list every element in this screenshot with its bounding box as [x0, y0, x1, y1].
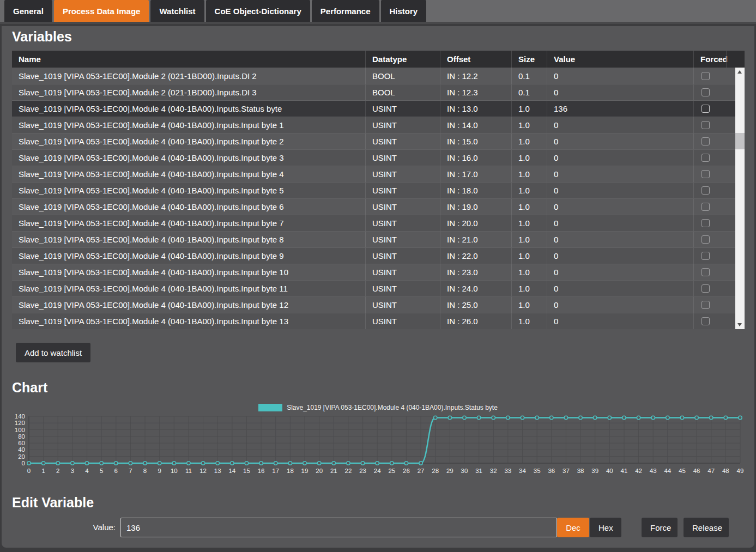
forced-checkbox[interactable] [701, 219, 710, 227]
scrollbar-down-icon[interactable] [735, 320, 745, 329]
tab-item[interactable]: General [4, 0, 52, 22]
forced-checkbox[interactable] [701, 137, 710, 145]
cell-offset: IN : 18.0 [440, 183, 511, 198]
column-header-name[interactable]: Name [12, 51, 365, 68]
tab-item[interactable]: Process Data Image [54, 0, 149, 22]
cell-datatype: BOOL [365, 84, 440, 100]
cell-name: Slave_1019 [VIPA 053-1EC00].Module 2 (02… [12, 68, 365, 84]
forced-checkbox[interactable] [701, 88, 710, 96]
forced-checkbox[interactable] [701, 154, 710, 162]
chart-legend-item[interactable]: Slave_1019 [VIPA 053-1EC00].Module 4 (04… [0, 403, 756, 413]
table-row[interactable]: Slave_1019 [VIPA 053-1EC00].Module 2 (02… [12, 68, 735, 84]
forced-checkbox[interactable] [701, 121, 710, 129]
cell-forced [693, 84, 735, 100]
forced-checkbox[interactable] [701, 170, 710, 178]
svg-text:39: 39 [591, 468, 598, 474]
process-data-image-page: { "tabs": [ { "label": "General", "activ… [0, 0, 756, 552]
svg-text:4: 4 [85, 468, 89, 474]
cell-datatype: USINT [365, 313, 440, 329]
tab-bar: General Process Data Image Watchlist CoE… [0, 0, 756, 24]
column-header-offset[interactable]: Offset [440, 51, 511, 68]
svg-text:40: 40 [18, 446, 25, 453]
table-row[interactable]: Slave_1019 [VIPA 053-1EC00].Module 4 (04… [12, 247, 735, 264]
forced-checkbox[interactable] [701, 268, 710, 276]
chart-section-title: Chart [12, 380, 47, 396]
forced-checkbox[interactable] [701, 301, 710, 309]
add-to-watchlist-button[interactable]: Add to watchlist [16, 343, 90, 362]
forced-checkbox[interactable] [701, 252, 710, 260]
cell-name: Slave_1019 [VIPA 053-1EC00].Module 4 (04… [12, 264, 365, 280]
table-row[interactable]: Slave_1019 [VIPA 053-1EC00].Module 4 (04… [12, 264, 735, 280]
cell-offset: IN : 19.0 [440, 199, 511, 215]
tab-item[interactable]: CoE Object-Dictionary [206, 0, 310, 22]
forced-checkbox[interactable] [701, 186, 710, 195]
chart-plot: 0123456789101112131415161718192021222324… [11, 413, 745, 477]
forced-checkbox[interactable] [701, 105, 710, 113]
svg-text:0: 0 [27, 468, 31, 474]
column-header-value[interactable]: Value [547, 51, 693, 68]
table-row[interactable]: Slave_1019 [VIPA 053-1EC00].Module 4 (04… [12, 215, 735, 231]
svg-text:16: 16 [258, 468, 265, 474]
variables-table: Name Datatype Offset Size Value Forced S… [12, 51, 745, 329]
svg-text:17: 17 [272, 468, 279, 474]
column-header-forced[interactable]: Forced [693, 51, 726, 68]
forced-checkbox[interactable] [701, 235, 710, 244]
svg-text:1: 1 [41, 468, 45, 474]
table-row[interactable]: Slave_1019 [VIPA 053-1EC00].Module 4 (04… [12, 280, 735, 296]
forced-checkbox[interactable] [701, 72, 710, 80]
forced-checkbox[interactable] [701, 203, 710, 211]
tab-item[interactable]: History [381, 0, 427, 22]
svg-text:22: 22 [345, 468, 352, 474]
svg-text:42: 42 [635, 468, 642, 474]
svg-text:12: 12 [199, 468, 207, 474]
table-row[interactable]: Slave_1019 [VIPA 053-1EC00].Module 4 (04… [12, 296, 735, 313]
column-header-size[interactable]: Size [511, 51, 547, 68]
cell-datatype: USINT [365, 248, 440, 264]
cell-value: 0 [547, 84, 693, 100]
svg-text:27: 27 [418, 468, 425, 474]
cell-name: Slave_1019 [VIPA 053-1EC00].Module 4 (04… [12, 248, 365, 264]
cell-size: 1.0 [511, 215, 547, 231]
table-row[interactable]: Slave_1019 [VIPA 053-1EC00].Module 4 (04… [12, 231, 735, 247]
svg-text:80: 80 [18, 433, 25, 440]
table-scrollbar[interactable] [735, 68, 745, 329]
value-input[interactable] [120, 518, 557, 537]
cell-datatype: BOOL [365, 68, 440, 84]
hex-toggle-button[interactable]: Hex [590, 518, 621, 537]
value-label: Value: [71, 523, 116, 532]
cell-size: 1.0 [511, 199, 547, 215]
cell-offset: IN : 16.0 [440, 150, 511, 166]
dec-toggle-button[interactable]: Dec [557, 518, 589, 537]
forced-checkbox[interactable] [701, 284, 710, 293]
cell-value: 0 [547, 150, 693, 166]
table-row[interactable]: Slave_1019 [VIPA 053-1EC00].Module 2 (02… [12, 84, 735, 100]
table-row[interactable]: Slave_1019 [VIPA 053-1EC00].Module 4 (04… [12, 166, 735, 182]
scrollbar-thumb[interactable] [735, 133, 745, 149]
table-row[interactable]: Slave_1019 [VIPA 053-1EC00].Module 4 (04… [12, 198, 735, 215]
release-button[interactable]: Release [684, 518, 729, 537]
table-row[interactable]: Slave_1019 [VIPA 053-1EC00].Module 4 (04… [12, 100, 735, 117]
table-row[interactable]: Slave_1019 [VIPA 053-1EC00].Module 4 (04… [12, 313, 735, 329]
column-header-datatype[interactable]: Datatype [365, 51, 440, 68]
table-row[interactable]: Slave_1019 [VIPA 053-1EC00].Module 4 (04… [12, 133, 735, 149]
cell-name: Slave_1019 [VIPA 053-1EC00].Module 4 (04… [12, 313, 365, 329]
legend-swatch [258, 404, 282, 411]
forced-checkbox[interactable] [701, 317, 710, 325]
tab-item[interactable]: Performance [312, 0, 379, 22]
svg-text:0: 0 [22, 460, 25, 466]
table-row[interactable]: Slave_1019 [VIPA 053-1EC00].Module 4 (04… [12, 117, 735, 133]
cell-datatype: USINT [365, 183, 440, 198]
table-row[interactable]: Slave_1019 [VIPA 053-1EC00].Module 4 (04… [12, 182, 735, 198]
cell-name: Slave_1019 [VIPA 053-1EC00].Module 4 (04… [12, 117, 365, 133]
tab-item[interactable]: Watchlist [150, 0, 204, 22]
table-row[interactable]: Slave_1019 [VIPA 053-1EC00].Module 4 (04… [12, 149, 735, 166]
scrollbar-up-icon[interactable] [735, 68, 745, 76]
cell-name: Slave_1019 [VIPA 053-1EC00].Module 4 (04… [12, 215, 365, 231]
cell-offset: IN : 20.0 [440, 215, 511, 231]
svg-text:2: 2 [56, 468, 59, 474]
cell-datatype: USINT [365, 199, 440, 215]
svg-text:41: 41 [621, 468, 628, 474]
svg-text:20: 20 [18, 453, 25, 460]
cell-forced [693, 134, 735, 149]
force-button[interactable]: Force [642, 518, 678, 537]
